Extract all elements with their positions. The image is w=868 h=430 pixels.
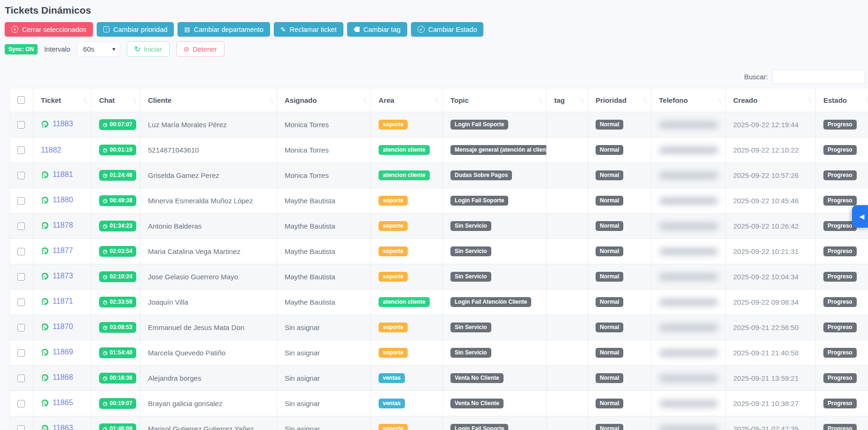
column-header-tag[interactable]: tag ↑↓ <box>547 88 588 112</box>
table-row: 11881 ◷01:24:46 Griselda Gamez Perez Mon… <box>10 163 868 188</box>
column-header-prioridad[interactable]: Prioridad ↑↓ <box>588 88 651 112</box>
interval-select[interactable]: 60s <box>77 41 120 57</box>
column-header-label: tag <box>554 96 565 104</box>
sort-icons[interactable]: ↑↓ <box>132 97 137 103</box>
column-header-telefono[interactable]: Telefono ↑↓ <box>651 88 726 112</box>
row-checkbox[interactable] <box>17 248 25 255</box>
chat-duration-badge: ◷00:16:36 <box>99 373 136 384</box>
ticket-link[interactable]: 11877 <box>41 246 73 255</box>
tag-cell <box>547 366 588 391</box>
sort-icons[interactable]: ↑↓ <box>865 97 868 103</box>
toolbar-button-label: Cambiar tag <box>364 26 401 33</box>
ticket-link[interactable]: 11881 <box>41 170 73 179</box>
status-badge: Progreso <box>823 272 857 282</box>
row-checkbox[interactable] <box>17 223 25 230</box>
page-title: Tickets Dinámicos <box>5 5 868 16</box>
ticket-link[interactable]: 11878 <box>41 221 73 230</box>
client-name: Marcela Quevedo Patiño <box>140 340 277 366</box>
clock-icon: ◷ <box>103 223 108 229</box>
stop-sync-button[interactable]: Detener <box>176 41 225 57</box>
ticket-link[interactable]: 11865 <box>41 399 73 407</box>
row-checkbox[interactable] <box>17 121 25 129</box>
whatsapp-icon <box>41 120 49 128</box>
ticket-link[interactable]: 11863 <box>41 424 73 430</box>
sort-icons[interactable]: ↑↓ <box>808 97 812 103</box>
column-header-cliente[interactable]: Cliente ↑↓ <box>140 88 277 112</box>
sort-icons[interactable]: ↑↓ <box>435 97 439 103</box>
area-badge: soporte <box>379 272 408 282</box>
created-timestamp: 2025-09-22 10:21:31 <box>726 239 816 264</box>
start-sync-button[interactable]: Iniciar <box>127 41 170 57</box>
clock-icon: ◷ <box>103 274 108 279</box>
topic-badge: Venta No Cliente <box>450 373 504 383</box>
sort-icons[interactable]: ↑↓ <box>643 97 648 103</box>
select-all-checkbox[interactable] <box>17 96 25 104</box>
created-timestamp: 2025-09-22 12:10:22 <box>726 138 816 163</box>
toolbar-button-cambiar-departamento[interactable]: Cambiar departamento <box>178 22 270 37</box>
row-checkbox[interactable] <box>17 324 25 331</box>
ticket-link[interactable]: 11869 <box>41 348 73 356</box>
search-input[interactable] <box>772 69 865 84</box>
row-checkbox[interactable] <box>17 400 25 407</box>
tag-cell <box>547 315 588 340</box>
row-checkbox[interactable] <box>17 349 25 357</box>
priority-badge: Normal <box>596 297 623 307</box>
search-label: Buscar: <box>744 73 768 81</box>
clock-icon: ◷ <box>103 401 108 406</box>
client-name: Griselda Gamez Perez <box>140 163 277 188</box>
ticket-number: 11877 <box>53 246 73 255</box>
department-icon <box>184 26 190 33</box>
table-row: 11863 ◷01:46:09 Marisol Gutierrez Gutier… <box>10 416 868 430</box>
column-header-topic[interactable]: Topic ↑↓ <box>443 88 547 112</box>
column-header-estado[interactable]: Estado ↑↓ <box>816 88 868 112</box>
column-header-label: Topic <box>450 96 469 104</box>
row-checkbox[interactable] <box>17 299 25 306</box>
column-header-chat[interactable]: Chat ↑↓ <box>92 88 140 112</box>
search-bar: Buscar: <box>5 69 865 84</box>
phone-redacted <box>659 299 718 306</box>
sort-icons[interactable]: ↑↓ <box>580 97 584 103</box>
row-checkbox[interactable] <box>17 273 25 281</box>
toolbar-button-cerrar-seleccionados[interactable]: Cerrar seleccionados <box>5 22 93 37</box>
column-header-asignado[interactable]: Asignado ↑↓ <box>277 88 371 112</box>
sort-icons[interactable]: ↑↓ <box>84 97 88 103</box>
table-row: 11871 ◷02:33:59 Joaquín Villa Maythe Bau… <box>10 290 868 315</box>
ticket-link[interactable]: 11883 <box>41 120 73 128</box>
row-checkbox[interactable] <box>17 425 25 430</box>
column-header-creado[interactable]: Creado ↑↓ <box>726 88 816 112</box>
status-badge: Progreso <box>823 170 857 180</box>
ticket-link[interactable]: 11873 <box>41 272 73 280</box>
toolbar-button-reclamar-ticket[interactable]: Reclamar ticket <box>274 22 343 37</box>
panel-toggle-button[interactable]: ◀ <box>852 205 868 228</box>
assignee-name: Sin asignar <box>277 315 371 340</box>
row-checkbox[interactable] <box>17 375 25 382</box>
table-row: 11865 ◷00:19:07 Brayan galicia gonsalez … <box>10 391 868 416</box>
toolbar-button-cambiar-prioridad[interactable]: Cambiar prioridad <box>97 22 174 37</box>
column-header-ticket[interactable]: Ticket ↑↓ <box>33 88 92 112</box>
ticket-link[interactable]: 11880 <box>41 196 73 204</box>
ticket-link[interactable]: 11868 <box>41 373 73 382</box>
sort-icons[interactable]: ↑↓ <box>539 97 543 103</box>
toolbar-button-cambiar-tag[interactable]: Cambiar tag <box>347 22 407 37</box>
sort-icons[interactable]: ↑↓ <box>718 97 722 103</box>
chat-duration-badge: ◷02:10:24 <box>99 271 136 282</box>
area-badge: soporte <box>379 322 408 332</box>
row-checkbox[interactable] <box>17 146 25 154</box>
area-badge: soporte <box>379 196 408 206</box>
ticket-link[interactable]: 11871 <box>41 297 73 306</box>
ticket-link[interactable]: 11882 <box>41 146 61 154</box>
area-badge: atencion cliente <box>379 297 430 307</box>
column-header-area[interactable]: Area ↑↓ <box>371 88 443 112</box>
row-checkbox[interactable] <box>17 172 25 179</box>
sync-status-badge: Sync: ON <box>5 44 38 54</box>
chat-duration-badge: ◷02:03:54 <box>99 246 136 257</box>
tickets-table: Ticket ↑↓ Chat ↑↓ Cliente ↑↓ Asignado ↑↓… <box>9 88 868 430</box>
row-checkbox[interactable] <box>17 197 25 205</box>
client-name: Brayan galicia gonsalez <box>140 391 277 416</box>
client-name: Maria Catalina Vega Martinez <box>140 239 277 264</box>
ticket-link[interactable]: 11870 <box>41 322 73 331</box>
assignee-name: Monica Torres <box>277 112 371 138</box>
sort-icons[interactable]: ↑↓ <box>269 97 273 103</box>
sort-icons[interactable]: ↑↓ <box>363 97 367 103</box>
toolbar-button-cambiar-estado[interactable]: Cambiar Estado <box>411 22 484 37</box>
